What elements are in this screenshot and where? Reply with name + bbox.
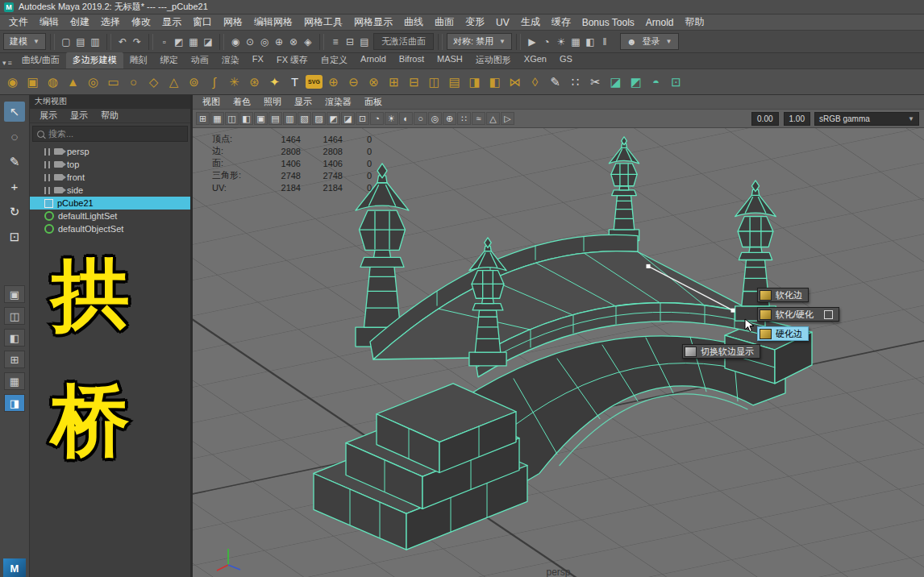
shelf-tool-icon[interactable]: ∫ [205,73,223,92]
layout-shortcut-button[interactable]: ⊞ [4,351,25,368]
shelf-tool-icon[interactable]: ◨ [465,73,484,92]
shelf-tab[interactable]: 曲线/曲面 [15,52,66,68]
undo-redo-icon[interactable]: ↶ [115,35,130,49]
layout-shortcut-button[interactable]: ◨ [4,394,25,412]
outliner-menu-item[interactable]: 展示 [33,110,64,122]
selection-mask-icon[interactable]: ◪ [201,35,215,49]
outliner-item[interactable]: pCube21 [30,197,190,210]
shelf-tab[interactable]: 绑定 [154,52,185,68]
menu-item[interactable]: 编辑网格 [248,15,298,29]
menu-item[interactable]: 曲线 [398,15,429,29]
viewport-toolbar-icon[interactable]: ◧ [239,112,253,125]
viewport-toolbar-icon[interactable]: ◩ [327,112,340,125]
menu-item[interactable]: 文件 [3,15,34,29]
menu-item[interactable]: 生成 [515,15,546,29]
viewport-toolbar-icon[interactable]: ◐ [399,112,413,125]
shelf-tool-icon[interactable]: ⊚ [185,73,203,92]
shelf-tool-icon[interactable]: ◩ [626,73,645,92]
undo-redo-icon[interactable]: ↷ [130,35,144,49]
menu-item[interactable]: 显示 [156,15,187,29]
symmetry-dropdown[interactable]: 对称: 禁用▼ [447,33,512,50]
menu-item[interactable]: 编辑 [34,15,65,29]
shelf-tab[interactable]: Arnold [354,52,393,68]
render-icon[interactable]: ◧ [583,35,597,49]
shelf-tool-icon[interactable]: ▤ [445,73,464,92]
viewport-toolbar-icon[interactable]: ☀ [385,112,398,125]
selection-mask-icon[interactable]: ▦ [186,35,201,49]
shelf-tab[interactable]: 自定义 [314,52,354,68]
menu-item[interactable]: Bonus Tools [576,17,640,28]
outliner-menu-item[interactable]: 显示 [64,110,94,122]
shelf-tool-icon[interactable]: ○ [124,73,143,92]
tool-icon[interactable]: ◌ [4,127,25,147]
shelf-tab[interactable]: MASH [431,52,469,68]
viewport-menu-item[interactable]: 视图 [196,96,227,108]
viewport-toolbar-icon[interactable]: ◪ [341,112,355,125]
tool-icon[interactable]: + [4,176,25,197]
selection-mask-icon[interactable]: ◩ [172,35,186,49]
file-icon[interactable]: ▤ [73,35,88,49]
selection-mask-icon[interactable]: ▫ [157,35,172,49]
outliner-item[interactable]: top [30,158,190,171]
shelf-tool-icon[interactable]: ◍ [44,73,62,92]
viewport-toolbar-icon[interactable]: ◔ [370,112,384,125]
marking-menu-item-soften-harden[interactable]: 软化/硬化 [757,307,839,322]
layout-shortcut-button[interactable]: ▣ [4,285,25,303]
shelf-tool-icon[interactable]: ⊖ [344,73,363,92]
shelf-tool-icon[interactable]: ◧ [485,73,504,92]
shelf-tool-icon[interactable]: ◉ [3,73,22,92]
layout-shortcut-button[interactable]: ◫ [4,307,25,325]
snap-icon[interactable]: ⊕ [272,35,286,49]
3d-scene[interactable] [193,128,924,577]
menu-item[interactable]: 帮助 [680,15,710,29]
shelf-tool-icon[interactable]: SVG [306,75,323,89]
shelf-list-icon[interactable]: ≡ [8,59,12,67]
shelf-tool-icon[interactable]: ⊡ [667,73,685,92]
render-icon[interactable]: ‖ [597,35,612,49]
render-icon[interactable]: ▶ [525,35,539,49]
viewport-toolbar-icon[interactable]: ∷ [457,112,471,125]
menu-item[interactable]: 选择 [95,15,126,29]
menu-item[interactable]: 网格 [218,15,248,29]
shelf-tab[interactable]: FX 缓存 [270,52,314,68]
menu-item[interactable]: 缓存 [546,15,576,29]
viewport-toolbar-icon[interactable]: ⊡ [356,112,369,125]
menu-set-dropdown[interactable]: 建模▼ [3,33,46,50]
exposure-field[interactable]: 0.00 [751,112,778,126]
shelf-tool-icon[interactable]: ∷ [566,73,585,92]
sign-in-button[interactable]: ☻ 登录 ▼ [620,33,679,50]
gamma-field[interactable]: 1.00 [784,112,810,126]
construction-history-icon[interactable]: ≡ [328,35,343,49]
shelf-tab[interactable]: 雕刻 [123,52,154,68]
viewport-toolbar-icon[interactable]: ○ [414,112,427,125]
viewport-toolbar-icon[interactable]: ▨ [312,112,326,125]
shelf-tool-icon[interactable]: ◪ [606,73,625,92]
shelf-gear-icon[interactable]: ▾ [2,59,6,67]
shelf-tool-icon[interactable]: △ [164,73,183,92]
viewport-menu-item[interactable]: 照明 [257,96,288,108]
outliner-item[interactable]: defaultObjectSet [30,222,190,235]
viewport-canvas[interactable]: 顶点: 1464 1464 0 边: 2808 2808 0 面: 1406 1… [193,128,924,577]
viewport-menu-item[interactable]: 渲染器 [318,96,358,108]
menu-item[interactable]: 变形 [460,15,490,29]
menu-item[interactable]: 窗口 [187,15,218,29]
shelf-tool-icon[interactable]: ▭ [104,73,123,92]
menu-item[interactable]: 网格显示 [348,15,398,29]
outliner-menu-item[interactable]: 帮助 [94,110,125,122]
shelf-tool-icon[interactable]: ◓ [647,73,665,92]
marking-menu-item-toggle-soft-edge-display[interactable]: 切换软边显示 [682,344,760,359]
viewport-toolbar-icon[interactable]: ▥ [283,112,297,125]
option-box-icon[interactable] [824,310,833,319]
menu-item[interactable]: 曲面 [429,15,460,29]
file-icon[interactable]: ▢ [59,35,73,49]
viewport-toolbar-icon[interactable]: ◫ [225,112,239,125]
viewport-toolbar-icon[interactable]: ◎ [428,112,442,125]
construction-history-icon[interactable]: ⊟ [343,35,357,49]
viewport-toolbar-icon[interactable]: ▦ [210,112,224,125]
shelf-tool-icon[interactable]: ⊞ [385,73,403,92]
shelf-tool-icon[interactable]: ✎ [546,73,564,92]
viewport-toolbar-icon[interactable]: ▧ [298,112,311,125]
shelf-tool-icon[interactable]: ▲ [64,73,82,92]
shelf-tool-icon[interactable]: ⊗ [364,73,383,92]
layout-shortcut-button[interactable]: ▦ [4,372,25,390]
